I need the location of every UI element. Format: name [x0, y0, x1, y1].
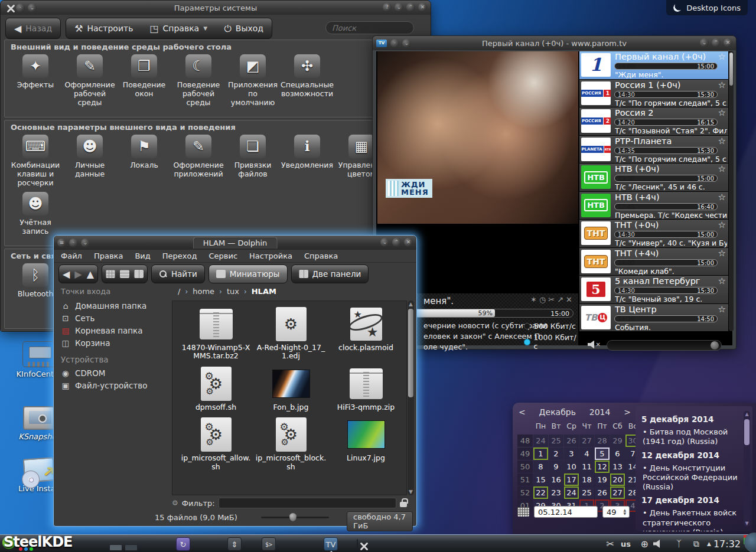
calendar-day[interactable]: 1 — [533, 448, 548, 460]
calendar-day[interactable]: 6 — [610, 448, 625, 460]
klipper-icon[interactable]: ✂ — [607, 535, 614, 552]
breadcrumb-segment[interactable]: HLAM — [252, 287, 276, 296]
settings-module[interactable]: ☻ Личные данные — [63, 135, 117, 187]
favorite-star-icon[interactable]: ☆ — [718, 276, 726, 286]
calendar-day[interactable]: 25 — [549, 435, 563, 447]
minimize-dot-button[interactable]: · — [69, 239, 78, 247]
quit-button[interactable]: ⏻ Выход — [216, 18, 272, 38]
calendar-day[interactable]: 27 — [579, 435, 594, 447]
date-input[interactable] — [534, 506, 598, 518]
file-item[interactable]: Linux7.jpg — [328, 416, 403, 471]
video-frame[interactable]: ЖДИ МЕНЯ — [377, 51, 578, 224]
desktop-icons-chip[interactable]: Desktop Icons — [666, 0, 748, 15]
calendar-day[interactable]: 12 — [595, 460, 610, 473]
configure-button[interactable]: ⚒ Настроить — [66, 18, 141, 38]
dolphin-titlebar[interactable]: ≡ · ⌄ HLAM — Dolphin ⌄ ⌃ ✕ — [54, 236, 416, 250]
file-item[interactable]: Fon_b.jpg — [253, 365, 328, 411]
back-icon[interactable]: ◀ — [63, 269, 70, 280]
calendar-day[interactable]: 3 — [564, 448, 579, 460]
overlay-action-icons[interactable]: ✶◷✂↗✕ — [530, 295, 575, 304]
calendar-day[interactable]: 25 — [579, 486, 594, 499]
back-button[interactable]: ◀ Назад — [5, 18, 61, 39]
network-monitor-icon[interactable]: ⧉ — [693, 535, 699, 552]
window-list-icon[interactable]: ⇕ — [227, 537, 242, 551]
calendar-day[interactable]: 16 — [549, 473, 563, 486]
channel-row[interactable]: 1 Первый канал (+0ч) ☆ 14:00 15:00 "Жди … — [579, 51, 728, 79]
calendar-day[interactable]: 28 — [595, 435, 610, 447]
scroll-up-icon[interactable]: ▲ — [744, 411, 750, 417]
shade-button[interactable]: ⌄ — [81, 239, 90, 247]
maximize-button[interactable]: ⌃ — [712, 38, 721, 47]
calendar-day[interactable]: 17 — [564, 473, 579, 486]
terminal-icon[interactable]: $> — [262, 537, 276, 551]
breadcrumb[interactable]: /›home›tux›HLAM — [178, 287, 276, 296]
up-icon[interactable]: ▲ — [87, 269, 94, 280]
settings-module[interactable]: ✣ Специальные возможности — [280, 54, 334, 107]
year-label[interactable]: 2014 — [589, 407, 611, 417]
split-button[interactable]: Две панели — [291, 264, 369, 283]
favorite-star-icon[interactable]: ☆ — [718, 248, 726, 259]
settings-module[interactable]: ✦ Эффекты — [8, 54, 63, 107]
favorite-star-icon[interactable]: ☆ — [718, 164, 726, 174]
calendar-day[interactable]: 26 — [595, 486, 610, 499]
tray-expander-icon[interactable]: ▲ — [707, 535, 711, 552]
settings-module[interactable]: ❐ Поведение окон — [117, 54, 171, 107]
calendar-day[interactable]: 2 — [549, 448, 563, 460]
favorite-star-icon[interactable]: ☆ — [718, 51, 726, 62]
mute-icon[interactable]: ✕ — [588, 341, 597, 349]
calendar-day[interactable]: 26 — [564, 435, 579, 447]
folder-scrollbar[interactable]: ▲ ▼ — [408, 301, 414, 495]
file-item[interactable]: ⚙⚙⚙ ip_microsoft_allow.sh — [178, 416, 253, 471]
close-button[interactable]: ✕ — [404, 238, 413, 247]
file-item[interactable]: HiFi3-qmmp.zip — [328, 365, 403, 411]
minimize-button[interactable]: ⌄ — [380, 238, 389, 247]
filter-input[interactable] — [219, 498, 396, 508]
calendar-icon[interactable] — [517, 507, 529, 517]
help-menu-button[interactable]: ◳ Справка ▼ — [141, 18, 216, 38]
place-item[interactable]: ⌂ Домашняя папка — [57, 299, 171, 312]
minimize-dot-button[interactable]: · — [16, 4, 25, 12]
channel-row[interactable]: НТВ НТВ (+4ч) ☆ 12:45 16:40 Премьера. Т/… — [579, 192, 728, 220]
calendar-day[interactable]: 18 — [579, 473, 594, 486]
close-button[interactable]: ✕ — [418, 3, 427, 12]
clock[interactable]: 17:32 — [713, 535, 741, 552]
tv-titlebar[interactable]: TV · ⌄ Первый канал (+0ч) - www.parom.tv… — [373, 36, 736, 50]
holidays-scrollbar[interactable]: ▲ ▼ — [744, 411, 750, 527]
window-menu-icon[interactable]: ≡ — [57, 239, 66, 247]
launcher-icon[interactable]: ↻ — [176, 537, 190, 551]
channel-row[interactable]: PLANETARTR РТР-Планета ☆ 14:35 15:30 Т/с… — [579, 136, 728, 164]
channel-list-scrollbar[interactable] — [729, 51, 734, 331]
favorite-star-icon[interactable]: ☆ — [718, 80, 726, 90]
file-item[interactable]: ⚙ A-Red-Night-0_17_1.edj — [253, 306, 328, 361]
spin-down-icon[interactable]: ▼ — [620, 512, 627, 515]
bitrate-option[interactable]: 500 Кбит/с — [524, 322, 578, 331]
thumbnails-button[interactable]: Миниатюры — [208, 264, 288, 283]
calendar-day[interactable]: 9 — [549, 460, 563, 473]
channel-row[interactable]: 5 5 канал Петербург ☆ 14:30 15:30 Т/с "В… — [579, 276, 728, 303]
calendar-day[interactable]: 24 — [533, 435, 548, 447]
menu-item[interactable]: Вид — [135, 251, 150, 260]
calendar-day[interactable]: 22 — [533, 486, 548, 499]
minimize-button[interactable]: ⌄ — [700, 38, 709, 47]
system-settings-titlebar[interactable]: · ⌄ Параметры системы ? ⌄ ⌃ ✕ — [1, 1, 431, 15]
calendar-day[interactable]: 19 — [595, 473, 610, 486]
help-button[interactable]: ? — [383, 3, 392, 12]
prev-month-button[interactable]: < — [519, 407, 526, 417]
close-button[interactable]: ✕ — [724, 38, 732, 47]
breadcrumb-segment[interactable]: / — [178, 287, 180, 296]
radio-icon[interactable] — [524, 323, 530, 329]
search-input[interactable] — [325, 21, 414, 34]
radio-icon-selected[interactable] — [524, 339, 530, 345]
breadcrumb-segment[interactable]: home — [193, 287, 214, 296]
maximize-button[interactable]: ⌃ — [392, 238, 401, 247]
menu-item[interactable]: Справка — [304, 251, 338, 260]
scroll-down-icon[interactable]: ▼ — [744, 521, 750, 526]
task-settings[interactable] — [357, 539, 358, 549]
icons-view-icon[interactable] — [106, 270, 115, 278]
settings-module[interactable]: ℹ Уведомления — [280, 135, 334, 187]
favorite-star-icon[interactable]: ☆ — [718, 220, 726, 230]
calendar-day[interactable]: 13 — [610, 460, 625, 473]
network-globe-icon[interactable]: ⊕ — [641, 535, 649, 552]
place-item[interactable]: ◉ CDROM — [57, 367, 171, 379]
bitrate-option[interactable]: 1000 Кбит/с — [524, 333, 578, 351]
